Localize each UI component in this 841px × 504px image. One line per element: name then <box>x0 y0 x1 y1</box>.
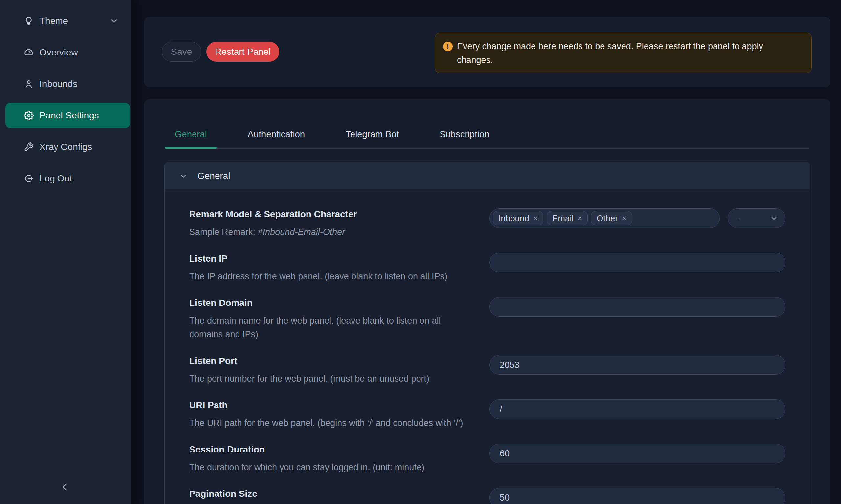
field-description: The port number for the web panel. (must… <box>189 372 486 385</box>
user-icon <box>24 79 34 89</box>
save-button[interactable]: Save <box>161 42 201 62</box>
field-label: Pagination Size <box>189 487 486 500</box>
form-row-pagination-size: Pagination Size <box>189 487 786 504</box>
field-label: Listen Port <box>189 354 486 367</box>
panel-settings-card: General Authentication Telegram Bot Subs… <box>144 100 830 504</box>
form-row-listen-domain: Listen Domain The domain name for the we… <box>189 296 786 341</box>
form-row-session-duration: Session Duration The duration for which … <box>189 443 786 474</box>
sidebar-item-label: Inbounds <box>39 79 77 89</box>
collapse-header-general[interactable]: General <box>165 162 810 189</box>
field-label: Remark Model & Separation Character <box>189 208 486 221</box>
field-description: Sample Remark: #Inbound-Email-Other <box>189 225 486 239</box>
collapse-title: General <box>198 170 230 181</box>
bulb-icon <box>24 16 34 26</box>
remove-tag-icon[interactable]: × <box>578 214 582 222</box>
field-label: Listen Domain <box>189 296 486 309</box>
tab-telegram-bot[interactable]: Telegram Bot <box>336 121 409 148</box>
tag-inbound: Inbound × <box>493 211 543 226</box>
chevron-left-icon <box>58 481 73 493</box>
sidebar-item-log-out[interactable]: Log Out <box>5 166 130 191</box>
form-row-listen-port: Listen Port The port number for the web … <box>189 354 786 385</box>
tab-bar: General Authentication Telegram Bot Subs… <box>165 121 809 149</box>
tab-authentication[interactable]: Authentication <box>238 121 315 148</box>
chevron-down-icon <box>770 214 778 222</box>
tab-subscription[interactable]: Subscription <box>430 121 499 148</box>
field-label: Listen IP <box>189 252 486 265</box>
gauge-icon <box>24 48 34 57</box>
field-description: The URI path for the web panel. (begins … <box>189 416 486 430</box>
warning-icon: ! <box>443 42 453 51</box>
field-label: Session Duration <box>189 443 486 456</box>
separator-select-value: - <box>737 213 740 223</box>
sidebar-item-label: Theme <box>39 16 68 26</box>
gear-icon <box>24 111 34 121</box>
warning-alert: ! Every change made here needs to be sav… <box>435 33 812 73</box>
form-row-remark-model: Remark Model & Separation Character Samp… <box>189 208 786 239</box>
tag-other: Other × <box>591 211 632 226</box>
warning-alert-text: Every change made here needs to be saved… <box>457 39 800 67</box>
sidebar-item-panel-settings[interactable]: Panel Settings <box>5 103 130 128</box>
sidebar-collapse-button[interactable] <box>58 480 73 494</box>
general-collapse-panel: General Remark Model & Separation Charac… <box>164 162 810 504</box>
sidebar-item-theme[interactable]: Theme <box>5 8 130 34</box>
remove-tag-icon[interactable]: × <box>622 214 627 222</box>
listen-ip-input[interactable] <box>490 253 786 272</box>
separator-select[interactable]: - <box>728 209 786 228</box>
logout-icon <box>24 174 34 183</box>
collapse-body: Remark Model & Separation Character Samp… <box>165 189 810 504</box>
sidebar-item-label: Overview <box>39 47 78 58</box>
tab-general[interactable]: General <box>165 121 217 148</box>
tag-email: Email × <box>547 211 588 226</box>
sidebar-nav: Theme Overview Inbounds Panel Settings <box>0 0 132 191</box>
toolbar-card: Save Restart Panel ! Every change made h… <box>144 17 830 87</box>
field-label: URI Path <box>189 399 486 412</box>
restart-panel-button[interactable]: Restart Panel <box>206 42 279 62</box>
listen-domain-input[interactable] <box>490 297 786 317</box>
remove-tag-icon[interactable]: × <box>533 214 538 222</box>
listen-port-input[interactable] <box>490 355 786 375</box>
field-description: The domain name for the web panel. (leav… <box>189 314 470 341</box>
field-description: The IP address for the web panel. (leave… <box>189 269 486 283</box>
sidebar-item-label: Panel Settings <box>39 110 99 121</box>
sidebar-item-xray-configs[interactable]: Xray Configs <box>5 134 130 160</box>
field-description: The duration for which you can stay logg… <box>189 461 486 474</box>
sidebar-item-label: Log Out <box>39 173 72 184</box>
remark-model-multiselect[interactable]: Inbound × Email × Other × <box>490 209 720 228</box>
sidebar: Theme Overview Inbounds Panel Settings <box>0 0 132 504</box>
form-row-listen-ip: Listen IP The IP address for the web pan… <box>189 252 786 283</box>
sidebar-item-label: Xray Configs <box>39 142 92 152</box>
chevron-down-icon <box>110 17 118 25</box>
sidebar-item-overview[interactable]: Overview <box>5 40 130 65</box>
sidebar-item-inbounds[interactable]: Inbounds <box>5 72 130 96</box>
session-duration-input[interactable] <box>490 444 786 463</box>
wrench-icon <box>24 142 34 152</box>
form-row-uri-path: URI Path The URI path for the web panel.… <box>189 399 786 430</box>
pagination-size-input[interactable] <box>490 488 786 504</box>
chevron-down-icon <box>179 172 188 180</box>
uri-path-input[interactable] <box>490 399 786 419</box>
